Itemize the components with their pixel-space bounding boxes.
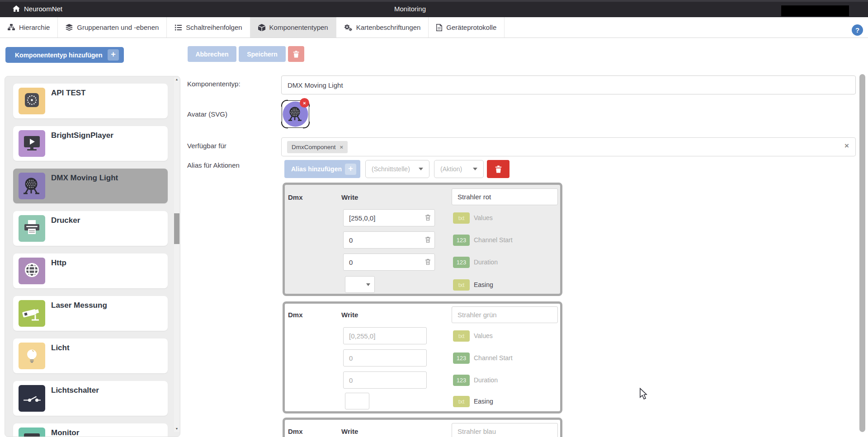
scroll-down-icon[interactable]: ▼: [174, 427, 179, 430]
sidebar-scrollbar-thumb[interactable]: [174, 213, 179, 244]
caret-down-icon: [419, 168, 423, 170]
list-item-dmx-moving-light[interactable]: DMX Moving Light: [13, 169, 168, 203]
interface-label: Dmx: [288, 428, 303, 435]
alias-label: Alias für Aktionen: [187, 161, 240, 169]
select-placeholder: (Schnittstelle): [372, 165, 410, 173]
list-item-monitor[interactable]: Monitor: [13, 423, 168, 437]
alias-card[interactable]: Dmx Write txt Values 123 Channel Start 1…: [283, 301, 562, 414]
list-item-label: DMX Moving Light: [51, 174, 118, 183]
interface-label: Dmx: [288, 193, 303, 201]
component-type-list: API TEST BrightSignPlayer DMX Moving Lig…: [5, 76, 180, 437]
list-item-lichtschalter[interactable]: Lichtschalter: [13, 381, 168, 416]
aktion-select[interactable]: (Aktion): [434, 160, 484, 178]
dmx-component-tag: DmxComponent ×: [287, 141, 348, 153]
list-item-http[interactable]: Http: [13, 254, 168, 288]
api-test-icon: [19, 88, 45, 114]
globe-icon: [19, 258, 45, 284]
action-label: Write: [341, 193, 358, 201]
delete-type-button[interactable]: [288, 46, 304, 62]
dmx-light-icon: [19, 173, 45, 199]
trash-icon: [495, 165, 502, 173]
trash-icon[interactable]: [425, 236, 431, 243]
delete-alias-button[interactable]: [487, 160, 509, 178]
available-for-label: Verfügbar für: [187, 142, 226, 150]
tab-hierarchie[interactable]: Hierarchie: [0, 17, 58, 38]
avatar[interactable]: ×: [281, 100, 310, 128]
alias-name-input[interactable]: [452, 188, 558, 205]
clear-field-icon[interactable]: ×: [844, 141, 849, 150]
home-icon: [13, 5, 20, 12]
tab-geraeteprotokolle[interactable]: Geräteprotokolle: [429, 17, 505, 38]
tab-gruppenarten[interactable]: Gruppenarten und -ebenen: [58, 17, 167, 38]
alias-name-input[interactable]: [452, 423, 558, 437]
tab-schaltreihenfolgen[interactable]: Schaltreihenfolgen: [167, 17, 250, 38]
alias-name-input[interactable]: [452, 306, 558, 323]
values-input[interactable]: [343, 327, 427, 344]
list-item-api-test[interactable]: API TEST: [13, 84, 168, 118]
type-badge-123: 123: [453, 257, 470, 268]
field-label: Duration: [474, 258, 498, 266]
list-item-brightsignplayer[interactable]: BrightSignPlayer: [13, 126, 168, 161]
plus-icon: +: [108, 49, 119, 61]
schnittstelle-select[interactable]: (Schnittstelle): [365, 160, 429, 178]
tab-label: Kartenbeschriftungen: [356, 23, 421, 31]
ordered-list-icon: [175, 24, 182, 31]
type-badge-123: 123: [453, 235, 470, 246]
type-badge-txt: txt: [453, 396, 470, 407]
list-item-drucker[interactable]: Drucker: [13, 211, 168, 246]
add-komponententyp-label: Komponententyp hinzufügen: [15, 52, 103, 59]
channel-start-input[interactable]: [343, 231, 435, 249]
list-item-licht[interactable]: Licht: [13, 338, 168, 373]
easing-select[interactable]: [345, 276, 375, 293]
lightbulb-icon: [19, 343, 45, 369]
type-badge-123: 123: [453, 375, 470, 386]
trash-icon[interactable]: [425, 214, 431, 221]
save-button[interactable]: Speichern: [239, 46, 286, 62]
values-field: [343, 327, 427, 344]
duration-input[interactable]: [343, 371, 427, 389]
tab-bar: Hierarchie Gruppenarten und -ebenen Scha…: [0, 17, 868, 38]
values-field: [343, 209, 435, 226]
duration-input[interactable]: [343, 254, 435, 271]
available-for-field[interactable]: DmxComponent × ×: [281, 137, 856, 156]
list-item-label: Lichtschalter: [51, 386, 99, 395]
list-item-label: Http: [51, 258, 66, 268]
field-label: Easing: [474, 398, 493, 405]
list-item-label: Monitor: [51, 428, 79, 437]
tag-label: DmxComponent: [292, 144, 336, 150]
tab-label: Hierarchie: [19, 23, 50, 31]
add-komponententyp-button[interactable]: Komponententyp hinzufügen +: [5, 47, 124, 63]
field-label: Values: [474, 332, 493, 339]
type-badge-123: 123: [453, 352, 470, 364]
tab-kartenbeschriftungen[interactable]: Kartenbeschriftungen: [336, 17, 429, 38]
list-item-label: BrightSignPlayer: [51, 131, 113, 140]
brand-label: NeuroomNet: [24, 5, 62, 13]
list-item-laser-messung[interactable]: Laser Messung: [13, 296, 168, 331]
channel-start-field: [343, 349, 427, 367]
page-scrollbar-thumb[interactable]: [859, 74, 865, 432]
help-button[interactable]: ?: [852, 24, 863, 36]
sidebar-scrollbar[interactable]: ▲ ▼: [174, 77, 179, 432]
top-bar: NeuroomNet Monitoring: [0, 0, 868, 17]
trash-icon[interactable]: [425, 258, 431, 265]
alias-card[interactable]: Dmx Write txt Values 123 Channel Start 1…: [283, 183, 562, 296]
type-name-input[interactable]: [281, 75, 856, 94]
field-label: Values: [474, 214, 493, 221]
cancel-button[interactable]: Abbrechen: [188, 46, 236, 62]
channel-start-field: [343, 231, 435, 249]
add-alias-button[interactable]: Alias hinzufügen +: [284, 160, 360, 178]
tab-komponententypen[interactable]: Komponententypen: [250, 17, 336, 38]
channel-start-input[interactable]: [343, 349, 427, 367]
scroll-up-icon[interactable]: ▲: [174, 78, 179, 81]
page-title: Monitoring: [394, 5, 426, 13]
remove-tag-icon[interactable]: ×: [340, 144, 344, 150]
monitor-icon: [19, 428, 45, 437]
brand[interactable]: NeuroomNet: [13, 0, 62, 17]
values-input[interactable]: [343, 209, 435, 226]
easing-field[interactable]: [345, 393, 369, 409]
tab-label: Komponententypen: [269, 23, 328, 31]
layers-icon: [66, 24, 73, 31]
remove-avatar-button[interactable]: ×: [300, 98, 309, 108]
alias-card[interactable]: Dmx Write: [283, 418, 562, 437]
list-item-label: Licht: [51, 343, 70, 352]
